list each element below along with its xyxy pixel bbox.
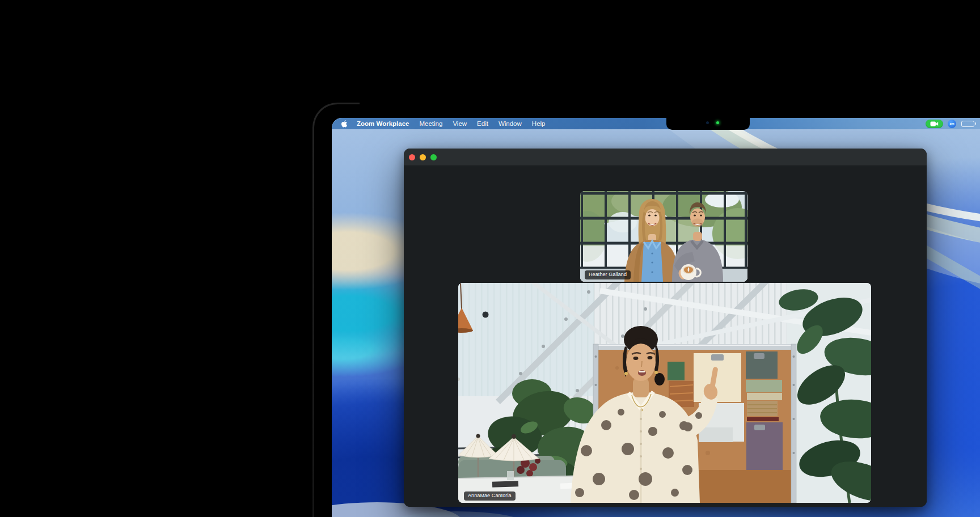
apple-logo-icon xyxy=(341,120,348,128)
zoom-badge-label: zm xyxy=(950,122,954,125)
close-button[interactable] xyxy=(409,154,415,160)
meeting-content-area: Heather Galland xyxy=(404,166,927,507)
menu-bar: Zoom Workplace Meeting View Edit Window … xyxy=(332,118,980,129)
macbook-desk-scene: Zoom Workplace Meeting View Edit Window … xyxy=(0,0,980,517)
battery-indicator[interactable] xyxy=(961,121,976,127)
macbook-screen: Zoom Workplace Meeting View Edit Window … xyxy=(332,118,980,517)
participant-name-label: AnnaMae Cantoria xyxy=(464,491,516,501)
menu-item-meeting[interactable]: Meeting xyxy=(419,120,442,127)
camera-active-indicator[interactable] xyxy=(926,120,943,128)
video-tile-annamae[interactable]: AnnaMae Cantoria xyxy=(458,283,871,503)
camera-lens-icon xyxy=(706,121,709,124)
battery-nub xyxy=(975,122,976,125)
video-feed-annamae xyxy=(458,283,871,503)
menu-item-window[interactable]: Window xyxy=(499,120,522,127)
menu-app-name[interactable]: Zoom Workplace xyxy=(357,120,409,127)
menu-item-edit[interactable]: Edit xyxy=(477,120,488,127)
video-feed-heather xyxy=(580,191,747,282)
window-title-bar[interactable] xyxy=(404,149,927,166)
fullscreen-button[interactable] xyxy=(430,154,437,160)
notch xyxy=(666,118,750,130)
video-camera-icon xyxy=(930,121,939,126)
zoom-meeting-window: Heather Galland xyxy=(404,149,927,507)
apple-menu[interactable] xyxy=(341,120,348,128)
minimize-button[interactable] xyxy=(420,154,426,160)
zoom-menubar-icon[interactable]: zm xyxy=(948,120,956,128)
participant-name-label: Heather Galland xyxy=(585,270,631,279)
menu-item-view[interactable]: View xyxy=(453,120,467,127)
camera-led-icon xyxy=(716,121,719,124)
menu-item-help[interactable]: Help xyxy=(532,120,546,127)
battery-icon xyxy=(961,121,974,127)
macbook-bezel-edge xyxy=(312,139,314,517)
video-tile-heather[interactable]: Heather Galland xyxy=(580,191,747,282)
